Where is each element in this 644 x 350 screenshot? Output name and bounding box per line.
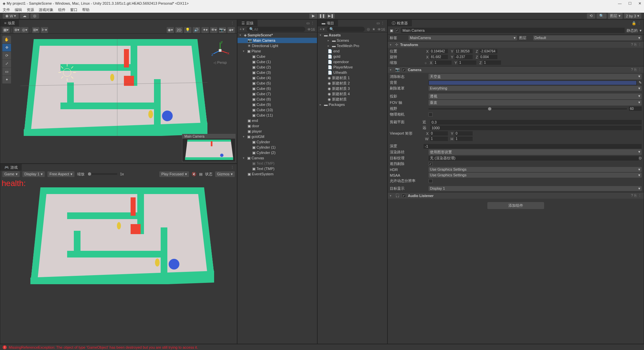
hierarchy-item[interactable]: ▣Cube (8) bbox=[237, 97, 317, 102]
project-item[interactable]: ◉新建材质 4 bbox=[318, 91, 387, 97]
project-item[interactable]: ▸▬Scenes bbox=[318, 38, 387, 43]
hierarchy-item[interactable]: ▾▣Plane bbox=[237, 48, 317, 54]
hierarchy-search[interactable]: 🔍 All bbox=[247, 27, 305, 32]
far-input[interactable] bbox=[430, 126, 642, 130]
target-disp-dropdown[interactable]: Display 1▾ bbox=[429, 186, 642, 191]
hierarchy-item[interactable]: ▣Cube (2) bbox=[237, 64, 317, 70]
hierarchy-item[interactable]: ▣Cube (11) bbox=[237, 113, 317, 118]
scale-x-input[interactable] bbox=[434, 60, 452, 65]
create-dropdown-icon[interactable]: + ▾ bbox=[239, 27, 245, 31]
hierarchy-item-main-camera[interactable]: 📷Main Camera bbox=[237, 38, 317, 43]
gizmos-dropdown[interactable]: ◈▾ bbox=[227, 27, 235, 33]
help-icon[interactable]: ? bbox=[631, 193, 633, 198]
favorite-icon[interactable]: ★ bbox=[372, 27, 375, 31]
fov-slider[interactable] bbox=[429, 108, 627, 110]
project-item[interactable]: 📄gold bbox=[318, 54, 387, 59]
menu-icon[interactable]: ⋮ bbox=[638, 42, 642, 47]
hierarchy-item[interactable]: ▾▣Canvas bbox=[237, 155, 317, 161]
project-item[interactable]: ◉新建材质 bbox=[318, 97, 387, 102]
rect-tool-icon[interactable]: ▭ bbox=[2, 68, 11, 76]
scene-tab[interactable]: ⌗场景 bbox=[0, 20, 19, 26]
hierarchy-item[interactable]: ▣Cube (4) bbox=[237, 75, 317, 80]
hierarchy-item[interactable]: ▣Cube (10) bbox=[237, 107, 317, 113]
panel-options-icon[interactable]: ⋮ bbox=[230, 165, 237, 170]
hierarchy-item[interactable]: ▾▣goldGM bbox=[237, 134, 317, 139]
minimize-icon[interactable]: — bbox=[618, 1, 622, 6]
lighting-toggle-icon[interactable]: 💡 bbox=[184, 27, 191, 33]
fx-toggle-icon[interactable]: ✦▾ bbox=[201, 27, 209, 33]
hierarchy-item[interactable]: ▣EventSystem bbox=[237, 171, 317, 177]
menu-edit[interactable]: 编辑 bbox=[15, 7, 22, 12]
target-tex-input[interactable] bbox=[429, 156, 639, 161]
camera-settings-icon[interactable]: 📷▾ bbox=[219, 27, 226, 33]
culling-dropdown[interactable]: Everything▾ bbox=[429, 86, 642, 91]
pivot-mode-icon[interactable]: ⊕▾ bbox=[13, 27, 21, 33]
game-viewport[interactable]: health: bbox=[0, 177, 237, 344]
packages-root[interactable]: ▸▬Packages bbox=[318, 102, 387, 107]
rot-x-input[interactable] bbox=[430, 55, 448, 59]
hierarchy-item[interactable]: ▣Cube (3) bbox=[237, 70, 317, 75]
menu-window[interactable]: 窗口 bbox=[70, 7, 77, 12]
near-input[interactable] bbox=[430, 120, 642, 125]
create-dropdown-icon[interactable]: + ▾ bbox=[320, 27, 325, 31]
constrain-scale-icon[interactable]: ⟐ bbox=[425, 61, 427, 65]
vp-h-input[interactable] bbox=[455, 137, 473, 141]
status-button[interactable]: 状态 bbox=[205, 172, 212, 177]
object-picker-icon[interactable]: ⊙ bbox=[639, 156, 642, 161]
panel-options-icon[interactable]: ⋮ bbox=[230, 21, 237, 25]
msaa-dropdown[interactable]: Use Graphics Settings▾ bbox=[429, 173, 642, 178]
display-dropdown[interactable]: Display 1▾ bbox=[22, 171, 45, 177]
occ-cull-checkbox[interactable] bbox=[429, 162, 433, 166]
hierarchy-item[interactable]: ▣Text (TMP) bbox=[237, 161, 317, 166]
hand-tool-icon[interactable]: ✋ bbox=[2, 36, 11, 44]
phys-cam-checkbox[interactable] bbox=[429, 113, 433, 117]
orientation-gizmo[interactable]: y x z bbox=[210, 40, 230, 60]
game-mode-dropdown[interactable]: Game▾ bbox=[2, 171, 20, 177]
layout-dropdown[interactable]: 2 by 3 ▾ bbox=[624, 13, 641, 19]
scale-z-input[interactable] bbox=[483, 60, 501, 65]
active-checkbox[interactable] bbox=[395, 28, 399, 32]
gizmos-dropdown[interactable]: Gizmos▾ bbox=[215, 171, 235, 177]
render-path-dropdown[interactable]: 使用图形设置▾ bbox=[429, 149, 642, 155]
preset-icon[interactable]: ⎘ bbox=[634, 67, 637, 72]
project-root[interactable]: ▾▬ Assets bbox=[318, 32, 387, 38]
pos-x-input[interactable] bbox=[430, 49, 448, 53]
rotate-tool-icon[interactable]: ⟳ bbox=[2, 52, 11, 60]
hierarchy-item[interactable]: ▣Cube (1) bbox=[237, 59, 317, 64]
menu-icon[interactable]: ⋮ bbox=[638, 67, 642, 72]
menu-file[interactable]: 文件 bbox=[3, 7, 10, 12]
vp-x-input[interactable] bbox=[430, 131, 448, 136]
hierarchy-item[interactable]: ▣Cylinder (1) bbox=[237, 145, 317, 150]
inspector-tab[interactable]: ⓘ 检查器 bbox=[388, 20, 412, 26]
project-item[interactable]: ◉新建材质 3 bbox=[318, 86, 387, 91]
dyn-res-checkbox[interactable] bbox=[429, 179, 433, 183]
stats-icon[interactable]: ▤ bbox=[199, 172, 202, 176]
draw-mode-icon[interactable]: ◉▾ bbox=[167, 27, 174, 33]
scale-tool-icon[interactable]: ⤢ bbox=[2, 60, 11, 68]
project-tab[interactable]: ▬ 项目 bbox=[318, 20, 338, 26]
pos-y-input[interactable] bbox=[455, 49, 473, 53]
services-icon[interactable]: ◎ bbox=[30, 13, 39, 19]
menu-help[interactable]: 帮助 bbox=[82, 7, 90, 12]
panel-options-icon[interactable]: ▭ ⋮ bbox=[306, 21, 317, 25]
gameobject-name-input[interactable] bbox=[401, 28, 625, 33]
hierarchy-item[interactable]: ▣Cylinder (2) bbox=[237, 150, 317, 155]
scene-root[interactable]: ▾◈ SampleScene* bbox=[237, 32, 317, 38]
hierarchy-tab[interactable]: ☰ 层级 bbox=[237, 20, 258, 26]
background-color-field[interactable] bbox=[429, 80, 637, 85]
grid-snap-icon[interactable]: ⊞▾ bbox=[32, 27, 39, 33]
play-focused-dropdown[interactable]: Play Focused▾ bbox=[159, 171, 189, 177]
hdr-dropdown[interactable]: Use Graphics Settings▾ bbox=[429, 167, 642, 172]
rot-y-input[interactable] bbox=[455, 55, 473, 59]
layers-dropdown[interactable]: 图层 ▾ bbox=[608, 13, 623, 19]
move-tool-icon[interactable]: ✥ bbox=[2, 44, 11, 52]
preset-icon[interactable]: ⎘ bbox=[634, 42, 637, 47]
game-tab[interactable]: 🎮游戏 bbox=[0, 164, 22, 171]
layer-dropdown[interactable]: Default▾ bbox=[533, 35, 642, 40]
panel-options-icon[interactable]: 🔒 ⋮ bbox=[632, 21, 644, 25]
tag-dropdown[interactable]: MainCamera▾ bbox=[409, 35, 517, 40]
close-icon[interactable]: ✕ bbox=[638, 1, 641, 6]
pos-z-input[interactable] bbox=[479, 49, 497, 53]
project-item[interactable]: ◉新建材质 1 bbox=[318, 75, 387, 80]
hierarchy-item[interactable]: ▣Cube (6) bbox=[237, 86, 317, 91]
